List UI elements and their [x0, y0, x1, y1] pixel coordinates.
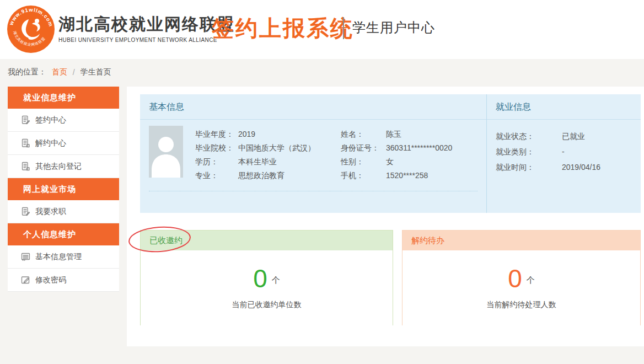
breadcrumb: 我的位置： 首页 / 学生首页	[8, 67, 111, 77]
sidebar-item-terminate-center[interactable]: 解约中心	[8, 132, 119, 155]
org-subtitle: HUBEI UNIVERSITY EMPLOYMENT NETWORK ALLI…	[58, 37, 235, 43]
sidebar-item-job-seeking[interactable]: 我要求职	[8, 200, 119, 223]
field-value-university: 中国地质大学（武汉）	[238, 141, 331, 155]
field-label: 就业类别：	[496, 144, 562, 159]
alliance-logo: www.91wllm.com 湖北高校就业网络联盟	[7, 5, 55, 53]
sidebar-item-label: 其他去向登记	[35, 162, 82, 172]
field-value-major: 思想政治教育	[238, 169, 331, 183]
breadcrumb-home-link[interactable]: 首页	[52, 67, 67, 76]
sidebar-section-personal-info: 个人信息维护	[8, 223, 119, 245]
field-label: 专业：	[195, 169, 238, 183]
dotted-divider	[149, 191, 477, 191]
field-label: 性别：	[341, 155, 386, 169]
field-row: 毕业年度： 2019 姓名： 陈玉	[195, 127, 452, 141]
field-value-gender: 女	[386, 155, 394, 169]
invitations-count: 0	[253, 264, 267, 293]
field-value-graduation-year: 2019	[238, 127, 331, 141]
doc-pen-icon	[21, 115, 30, 125]
header-divider	[343, 17, 344, 39]
field-value-employment-status: 已就业	[562, 129, 585, 144]
field-row: 就业状态： 已就业	[496, 129, 641, 144]
sidebar-item-change-password[interactable]: 修改密码	[8, 269, 119, 292]
main-content: 基本信息 毕业年度： 2019 姓名： 陈玉	[127, 87, 644, 346]
terminations-caption: 当前解约待处理人数	[402, 300, 640, 310]
sidebar-section-job-market: 网上就业市场	[8, 178, 119, 200]
terminations-card-title: 解约待办	[402, 231, 640, 250]
field-row: 学历： 本科生毕业 性别： 女	[195, 155, 452, 169]
doc-pen-icon	[21, 207, 30, 216]
doc-square-icon	[21, 162, 30, 171]
field-row: 专业： 思想政治教育 手机： 1520****258	[195, 169, 452, 183]
edit-square-icon	[21, 275, 30, 285]
org-title: 湖北高校就业网络联盟	[58, 15, 235, 34]
field-label: 毕业年度：	[195, 127, 238, 141]
basic-info-title: 基本信息	[140, 94, 486, 120]
field-label: 毕业院校：	[195, 141, 238, 155]
portal-title: 学生用户中心	[352, 19, 435, 36]
terminations-count-unit: 个	[527, 275, 535, 285]
field-label: 手机：	[341, 169, 386, 183]
field-label: 姓名：	[341, 127, 386, 141]
sidebar-nav: 就业信息维护 签约中心 解约中心 其他去向登记 网上就业市场 我要求职 个人信息…	[8, 87, 119, 292]
field-label: 身份证号：	[341, 141, 386, 155]
field-value-name: 陈玉	[386, 127, 401, 141]
sidebar-item-label: 修改密码	[35, 275, 66, 285]
field-value-employment-type: -	[562, 144, 565, 159]
breadcrumb-separator: /	[73, 68, 75, 77]
basic-info-fields: 毕业年度： 2019 姓名： 陈玉 毕业院校： 中国地质大学（武汉） 身份证号：…	[195, 127, 452, 183]
field-value-employment-date: 2019/04/16	[562, 159, 600, 175]
field-label: 就业时间：	[496, 159, 562, 175]
sidebar-item-label: 解约中心	[35, 138, 66, 148]
terminations-card[interactable]: 解约待办 0个 当前解约待处理人数	[402, 230, 641, 325]
employment-info-panel: 就业信息 就业状态： 已就业 就业类别： - 就业时间： 2019/04/16	[486, 94, 641, 213]
doc-square-icon	[21, 138, 30, 148]
invitations-card-title: 已收邀约	[141, 231, 393, 250]
alliance-logo-icon: www.91wllm.com 湖北高校就业网络联盟	[7, 5, 55, 53]
invitations-count-unit: 个	[272, 275, 280, 285]
employment-info-fields: 就业状态： 已就业 就业类别： - 就业时间： 2019/04/16	[487, 120, 641, 175]
terminations-count: 0	[508, 264, 522, 293]
sidebar-item-label: 基本信息管理	[35, 252, 82, 262]
field-label: 就业状态：	[496, 129, 562, 144]
invitations-card[interactable]: 已收邀约 0个 当前已收邀约单位数	[140, 230, 393, 325]
invitations-caption: 当前已收邀约单位数	[141, 300, 393, 310]
breadcrumb-prefix: 我的位置：	[8, 67, 46, 76]
sidebar-item-label: 签约中心	[35, 115, 66, 125]
field-label: 学历：	[195, 155, 238, 169]
student-avatar	[149, 126, 183, 178]
system-title: 签约上报系统	[212, 13, 354, 44]
field-value-phone: 1520****258	[386, 169, 428, 183]
sidebar-item-other-destination[interactable]: 其他去向登记	[8, 155, 119, 178]
employment-info-title: 就业信息	[487, 94, 641, 120]
sidebar-item-label: 我要求职	[35, 207, 66, 217]
sidebar-section-employment-info: 就业信息维护	[8, 87, 119, 109]
field-value-degree: 本科生毕业	[238, 155, 331, 169]
field-value-id-number: 360311********0020	[386, 141, 452, 155]
sidebar-item-sign-center[interactable]: 签约中心	[8, 109, 119, 132]
app-header: www.91wllm.com 湖北高校就业网络联盟 湖北高校就业网络联盟 HUB…	[0, 0, 644, 59]
basic-info-panel: 基本信息 毕业年度： 2019 姓名： 陈玉	[140, 94, 486, 213]
field-row: 就业类别： -	[496, 144, 641, 159]
field-row: 毕业院校： 中国地质大学（武汉） 身份证号： 360311********002…	[195, 141, 452, 155]
field-row: 就业时间： 2019/04/16	[496, 159, 641, 175]
breadcrumb-current: 学生首页	[80, 67, 111, 76]
list-icon	[21, 252, 30, 261]
sidebar-item-basic-info-management[interactable]: 基本信息管理	[8, 245, 119, 269]
